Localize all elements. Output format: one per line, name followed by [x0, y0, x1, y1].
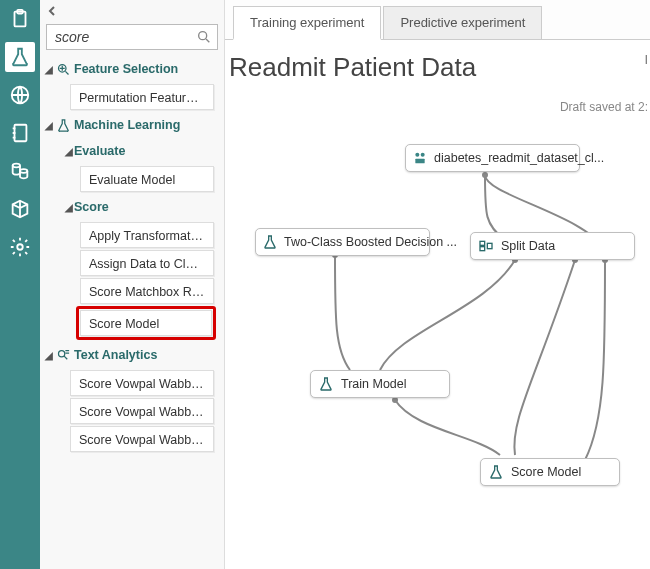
node-label: diabetes_readmit_dataset_cl... [434, 151, 604, 165]
module-tree-panel: ◢ Feature Selection Permutation Feature … [40, 0, 225, 569]
svg-point-17 [421, 153, 425, 157]
draft-saved-text: Draft saved at 2: [560, 100, 648, 114]
module-score-matchbox-recommender[interactable]: Score Matchbox Recomm.. [80, 278, 214, 304]
svg-point-9 [58, 350, 64, 356]
flask-icon [54, 118, 72, 133]
cube-icon[interactable] [5, 194, 35, 224]
node-label: Two-Class Boosted Decision ... [284, 235, 457, 249]
node-score-model[interactable]: Score Model [480, 458, 620, 486]
node-label: Score Model [511, 465, 581, 479]
category-label: Feature Selection [74, 62, 178, 76]
tab-predictive-experiment[interactable]: Predictive experiment [383, 6, 542, 39]
node-train-model[interactable]: Train Model [310, 370, 450, 398]
module-score-vowpal-wabbit-2[interactable]: Score Vowpal Wabbit Versio.. [70, 398, 214, 424]
svg-rect-20 [480, 247, 485, 251]
node-dataset[interactable]: diabetes_readmit_dataset_cl... [405, 144, 580, 172]
svg-point-5 [20, 169, 27, 173]
svg-point-10 [482, 172, 488, 178]
canvas-edges [225, 120, 650, 569]
node-split-data[interactable]: Split Data [470, 232, 635, 260]
tab-training-experiment[interactable]: Training experiment [233, 6, 381, 40]
svg-rect-18 [415, 159, 424, 164]
search-icon[interactable] [196, 29, 212, 45]
module-evaluate-model[interactable]: Evaluate Model [80, 166, 214, 192]
flask-icon [262, 233, 278, 251]
collapse-panel-button[interactable] [40, 0, 224, 22]
module-assign-data-to-clusters[interactable]: Assign Data to Clusters [80, 250, 214, 276]
category-label: Machine Learning [74, 118, 180, 132]
category-feature-selection[interactable]: ◢ Feature Selection [40, 56, 220, 82]
svg-point-6 [17, 244, 23, 250]
svg-rect-3 [15, 125, 27, 142]
category-evaluate[interactable]: ◢ Evaluate [40, 138, 220, 164]
node-label: Train Model [341, 377, 407, 391]
left-toolbar [0, 0, 40, 569]
module-permutation-feature-importance[interactable]: Permutation Feature Importa.. [70, 84, 214, 110]
category-score[interactable]: ◢ Score [40, 194, 220, 220]
svg-point-16 [415, 153, 419, 157]
category-label: Evaluate [74, 144, 125, 158]
svg-point-7 [199, 32, 207, 40]
page-title: Readmit Patient Data [225, 40, 650, 89]
split-icon [477, 237, 495, 255]
category-label: Text Analytics [74, 348, 157, 362]
module-apply-transformation[interactable]: Apply Transformation [80, 222, 214, 248]
experiment-tabs: Training experiment Predictive experimen… [225, 0, 650, 40]
text-analytics-icon [54, 348, 72, 363]
module-tree: ◢ Feature Selection Permutation Feature … [40, 56, 224, 569]
module-score-vowpal-wabbit-1[interactable]: Score Vowpal Wabbit Versio.. [70, 370, 214, 396]
dataset-icon [412, 149, 428, 167]
right-indicator: I [644, 52, 648, 67]
experiment-canvas[interactable]: diabetes_readmit_dataset_cl... Two-Class… [225, 120, 650, 569]
svg-point-4 [13, 164, 20, 168]
flask-icon [317, 375, 335, 393]
clipboard-icon[interactable] [5, 4, 35, 34]
highlight-score-model: Score Model [76, 306, 216, 340]
node-two-class-boosted[interactable]: Two-Class Boosted Decision ... [255, 228, 430, 256]
category-machine-learning[interactable]: ◢ Machine Learning [40, 112, 220, 138]
node-label: Split Data [501, 239, 555, 253]
svg-rect-19 [480, 241, 485, 245]
category-label: Score [74, 200, 109, 214]
flask-icon[interactable] [5, 42, 35, 72]
module-score-vowpal-wabbit-3[interactable]: Score Vowpal Wabbit Versio.. [70, 426, 214, 452]
notebook-icon[interactable] [5, 118, 35, 148]
flask-icon [487, 463, 505, 481]
svg-rect-21 [487, 243, 492, 248]
module-score-model[interactable]: Score Model [80, 310, 212, 336]
database-icon[interactable] [5, 156, 35, 186]
gear-icon[interactable] [5, 232, 35, 262]
category-text-analytics[interactable]: ◢ Text Analytics [40, 342, 220, 368]
globe-icon[interactable] [5, 80, 35, 110]
experiment-canvas-area: Training experiment Predictive experimen… [225, 0, 650, 569]
filter-icon [54, 62, 72, 77]
search-input[interactable] [46, 24, 218, 50]
